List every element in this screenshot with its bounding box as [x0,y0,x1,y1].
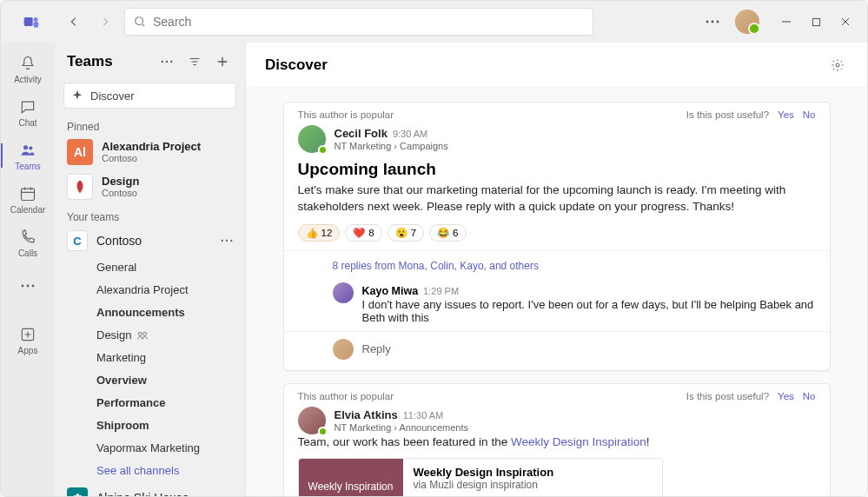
reply-author: Kayo Miwa [362,285,419,297]
link-preview-card[interactable]: Weekly Inspiration Weekly Design Inspira… [298,458,663,496]
sidebar-more-button[interactable] [156,51,177,72]
author-avatar[interactable] [298,407,326,434]
plus-icon [216,56,229,68]
post-author: Elvia Atkins [335,408,398,421]
channel-item[interactable]: General [55,256,245,279]
team-name: Contoso [96,234,212,248]
rail-activity[interactable]: Activity [1,48,55,89]
search-bar[interactable] [124,8,593,36]
useful-yes[interactable]: Yes [778,391,794,401]
rail-apps[interactable]: Apps [1,319,55,361]
chat-icon [18,97,37,116]
rail-calendar[interactable]: Calendar [1,178,55,220]
pinned-header: Pinned [55,114,245,135]
people-icon [18,141,37,160]
close-button[interactable] [831,8,860,36]
pinned-item[interactable]: DesignContoso [55,169,245,204]
channel-item[interactable]: Alexandria Project [55,279,245,302]
gear-icon [831,58,845,72]
reaction-pill[interactable]: 😮7 [388,224,424,242]
team-header[interactable]: ✽ Alpine Ski House [55,482,245,496]
rail-calls[interactable]: Calls [1,222,55,263]
popular-label: This author is popular [298,391,394,401]
svg-point-16 [166,61,168,63]
calendar-icon [18,184,37,203]
author-avatar[interactable] [298,125,326,153]
pinned-name: Alexandria Project [102,141,201,153]
svg-point-13 [32,285,35,288]
reply-placeholder: Reply [362,342,391,355]
svg-point-9 [29,146,32,149]
phone-icon [18,228,37,247]
more-options-button[interactable] [702,11,723,32]
sidebar: Teams Discover Pinned Al Alexandria Proj… [55,43,246,496]
channel-item[interactable]: Performance [55,392,245,414]
see-all-channels[interactable]: See all channels [55,460,245,482]
channel-item[interactable]: Announcements [55,302,245,324]
filter-button[interactable] [184,51,205,72]
rail-label: Apps [18,346,38,355]
sparkle-icon [71,89,83,102]
reactions: 👍12 ❤️8 😮7 😂6 [298,224,816,242]
user-avatar[interactable] [735,10,759,34]
minimize-button[interactable] [772,8,801,36]
ellipsis-icon[interactable] [221,239,233,242]
pinned-sub: Contoso [102,188,139,199]
back-button[interactable] [62,10,86,34]
channel-item[interactable]: Vapormax Marketing [55,437,245,460]
team-header[interactable]: C Contoso [55,225,245,256]
ellipsis-icon [706,20,719,23]
rail-label: Activity [14,75,42,84]
maximize-button[interactable] [801,8,831,36]
breadcrumb[interactable]: NT Marketing › Campaigns [335,141,448,151]
create-team-button[interactable] [212,51,233,72]
reaction-pill[interactable]: 😂6 [429,224,466,242]
svg-point-19 [226,240,228,242]
svg-point-15 [162,61,163,63]
useful-no[interactable]: No [803,391,816,401]
useful-yes[interactable]: Yes [778,109,794,120]
rail-more[interactable] [1,265,55,307]
svg-point-5 [712,21,714,23]
reply-item: Kayo Miwa1:29 PM I don't have any issues… [284,277,830,331]
maximize-icon [812,17,821,27]
useful-no[interactable]: No [803,109,816,120]
forward-button[interactable] [93,10,117,34]
reaction-pill[interactable]: ❤️8 [345,224,381,242]
bell-icon [18,54,37,73]
channel-item[interactable]: Marketing [55,347,245,369]
ellipsis-icon [161,60,173,63]
useful-label: Is this post useful? [686,109,769,120]
reaction-pill[interactable]: 👍12 [298,224,341,242]
pinned-item[interactable]: Al Alexandria ProjectContoso [55,135,245,169]
main-pane: Discover This author is popular Is this … [246,43,867,496]
presence-available-icon [318,427,328,436]
inline-link[interactable]: Weekly Design Inspiration [511,435,646,448]
rail-chat[interactable]: Chat [1,91,55,133]
svg-rect-10 [22,189,35,200]
search-icon [134,16,146,28]
rail-label: Chat [18,118,36,128]
post-time: 11:30 AM [403,410,443,421]
rail-teams[interactable]: Teams [1,135,55,176]
preview-image: Weekly Inspiration [299,459,403,496]
channel-item[interactable]: Shiproom [55,414,245,437]
channel-item[interactable]: Overview [55,369,245,392]
channel-item[interactable]: Design [55,324,245,347]
discover-label: Discover [90,89,135,103]
svg-point-20 [230,240,232,242]
sidebar-title: Teams [67,53,149,70]
reply-input[interactable]: Reply [284,331,830,370]
settings-button[interactable] [827,55,848,76]
search-input[interactable] [153,15,584,29]
filter-icon [189,56,201,68]
discover-entry[interactable]: Discover [63,83,236,109]
replies-link[interactable]: 8 replies from Mona, Colin, Kayo, and ot… [284,250,830,277]
close-icon [840,17,851,27]
breadcrumb[interactable]: NT Marketing › Announcements [335,422,468,433]
minimize-icon [781,17,792,27]
apps-icon [18,325,37,344]
svg-point-26 [836,63,839,67]
reply-time: 1:29 PM [423,286,459,296]
reply-avatar[interactable] [333,282,354,303]
